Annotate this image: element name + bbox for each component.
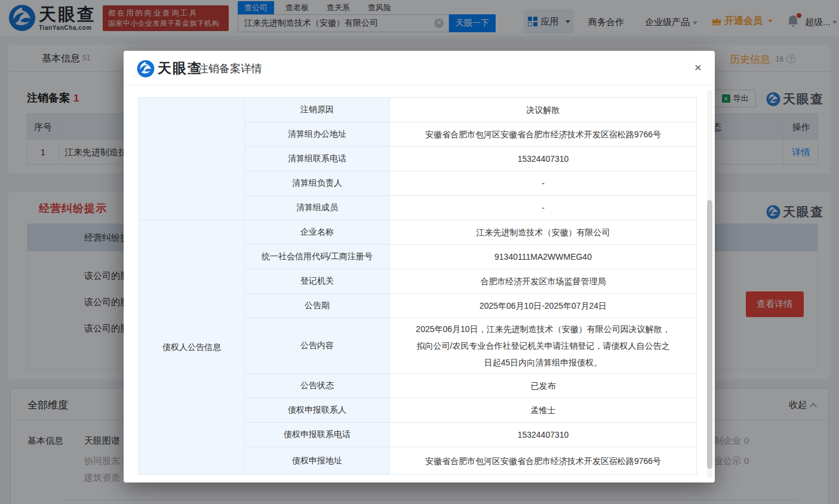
detail-label: 公告期 <box>245 294 390 318</box>
detail-label: 清算组办公地址 <box>245 122 390 147</box>
detail-label: 清算组成员 <box>245 196 390 220</box>
modal-brand: 天眼查 <box>158 59 202 78</box>
detail-group-label <box>139 98 245 220</box>
cancellation-detail-table: 注销原因决议解散清算组办公地址安徽省合肥市包河区安徽省合肥市经济技术开发区宿松路… <box>139 97 697 475</box>
detail-value: 孟惟士 <box>390 398 697 423</box>
detail-label: 登记机关 <box>245 269 390 294</box>
detail-value: 决议解散 <box>390 98 697 122</box>
detail-label: 债权申报联系电话 <box>245 423 390 447</box>
detail-label: 公告状态 <box>245 374 390 398</box>
detail-label: 债权申报地址 <box>245 447 390 475</box>
detail-label: 债权申报联系人 <box>245 398 390 423</box>
detail-value: 2025年06月10日-2025年07月24日 <box>390 294 697 318</box>
tianyancha-logo-icon <box>137 60 155 78</box>
detail-value: 已发布 <box>390 374 697 398</box>
modal-title: 注销备案详情 <box>198 62 262 76</box>
cancellation-detail-modal: 天眼查 注销备案详情 × 注销原因决议解散清算组办公地址安徽省合肥市包河区安徽省… <box>124 51 715 483</box>
modal-scrollbar-thumb[interactable] <box>707 200 712 469</box>
detail-value: - <box>390 171 697 196</box>
detail-value: 15324407310 <box>390 147 697 171</box>
page-root: 天眼查 TianYanCha.com 都在用的商业查询工具 国家中小企业发展子基… <box>0 0 839 504</box>
detail-label: 企业名称 <box>245 220 390 245</box>
detail-label: 注销原因 <box>245 98 390 122</box>
detail-value: 91340111MA2WWMEG40 <box>390 245 697 269</box>
detail-row: 债权人公告信息企业名称江来先进制造技术（安徽）有限公司 <box>139 220 697 245</box>
detail-value: - <box>390 196 697 220</box>
detail-value: 15324407310 <box>390 423 697 447</box>
detail-value: 江来先进制造技术（安徽）有限公司 <box>390 220 697 245</box>
detail-label: 统一社会信用代码/工商注册号 <box>245 245 390 269</box>
detail-value: 合肥市经济开发区市场监督管理局 <box>390 269 697 294</box>
detail-label: 清算组联系电话 <box>245 147 390 171</box>
detail-value: 安徽省合肥市包河区安徽省合肥市经济技术开发区宿松路9766号 <box>390 447 697 475</box>
detail-value: 2025年06月10日，江来先进制造技术（安徽）有限公司因决议解散，拟向公司/农… <box>390 318 697 374</box>
modal-header: 天眼查 注销备案详情 × <box>124 51 715 85</box>
close-icon[interactable]: × <box>690 59 706 76</box>
tianyancha-logo: 天眼查 <box>137 59 202 78</box>
detail-group-label: 债权人公告信息 <box>139 220 245 475</box>
cancellation-detail-table-body: 注销原因决议解散清算组办公地址安徽省合肥市包河区安徽省合肥市经济技术开发区宿松路… <box>139 98 697 475</box>
detail-value: 安徽省合肥市包河区安徽省合肥市经济技术开发区宿松路9766号 <box>390 122 697 147</box>
detail-row: 注销原因决议解散 <box>139 98 697 122</box>
detail-label: 清算组负责人 <box>245 171 390 196</box>
detail-label: 公告内容 <box>245 318 390 374</box>
